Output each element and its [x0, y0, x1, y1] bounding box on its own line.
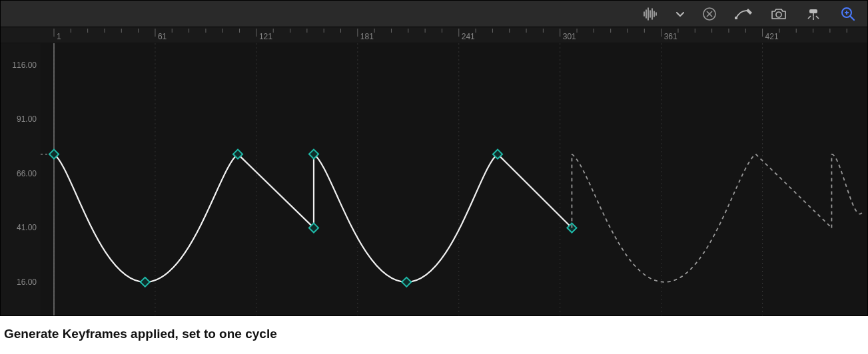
ruler-ticks: 161121181241301361421: [1, 27, 867, 43]
svg-rect-10: [735, 17, 737, 19]
ruler-label: 121: [259, 32, 272, 41]
snap-icon: [805, 7, 822, 21]
y-axis-label: 41.00: [17, 223, 37, 232]
svg-line-15: [816, 16, 819, 19]
value-axis: 16.0041.0066.0091.00116.00: [1, 43, 41, 315]
ruler-label: 1: [57, 32, 61, 41]
extrapolated-cycle-segment: [572, 154, 755, 282]
chevron-down-icon: [675, 11, 685, 17]
audio-waveform-icon: [642, 7, 659, 21]
ruler-label: 361: [664, 32, 677, 41]
zoom-button[interactable]: [837, 5, 859, 23]
figure-caption: Generate Keyframes applied, set to one c…: [0, 316, 868, 341]
extrapolated-cycle-segment: [755, 154, 831, 228]
active-curve-segment: [238, 154, 314, 228]
curve-edit-icon: [735, 7, 753, 21]
ruler-label: 421: [765, 32, 779, 41]
ruler-label: 181: [360, 32, 374, 41]
keyframe-diamond[interactable]: [141, 277, 150, 287]
clear-keyframes-button[interactable]: [698, 5, 721, 23]
active-curve-segment: [314, 154, 498, 282]
svg-rect-12: [809, 9, 817, 13]
curve-edit-button[interactable]: [733, 5, 755, 23]
extrapolated-cycle-segment: [831, 154, 862, 214]
active-curve-segment: [54, 154, 238, 282]
camera-icon: [770, 7, 787, 21]
y-axis-label: 116.00: [12, 61, 37, 70]
y-axis-label: 66.00: [17, 169, 37, 178]
svg-line-18: [850, 16, 854, 20]
curve-svg: [41, 43, 867, 315]
audio-menu-button[interactable]: [674, 5, 686, 23]
snap-button[interactable]: [802, 5, 825, 23]
ruler-label: 61: [158, 32, 167, 41]
toolbar: [1, 1, 867, 27]
ruler-label: 241: [462, 32, 475, 41]
graph-area: 16.0041.0066.0091.00116.00: [1, 43, 867, 315]
svg-line-14: [808, 16, 811, 19]
clear-circle-icon: [702, 7, 717, 21]
audio-waveform-button[interactable]: [640, 5, 662, 23]
svg-point-11: [776, 12, 781, 17]
zoom-icon: [841, 7, 855, 21]
ruler-label: 301: [563, 32, 576, 41]
keyframe-diamond[interactable]: [402, 277, 411, 287]
timeline-ruler[interactable]: 161121181241301361421: [1, 27, 867, 43]
curve-canvas[interactable]: [41, 43, 867, 315]
active-curve-segment: [498, 154, 572, 228]
y-axis-label: 91.00: [17, 114, 37, 124]
y-axis-label: 16.00: [17, 277, 37, 287]
snapshot-button[interactable]: [767, 5, 790, 23]
keyframe-editor: 161121181241301361421 16.0041.0066.0091.…: [0, 0, 868, 316]
